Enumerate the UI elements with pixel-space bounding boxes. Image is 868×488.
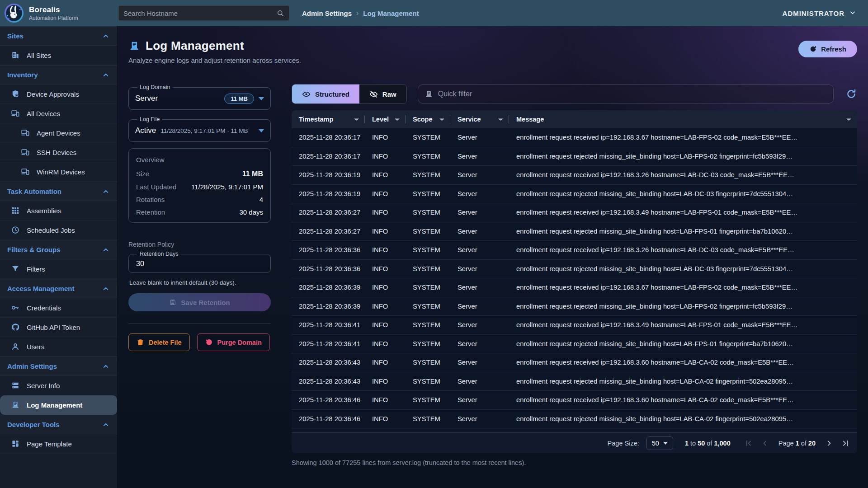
quick-filter[interactable]: [418, 84, 834, 103]
cell-scope: SYSTEM: [406, 228, 450, 235]
column-filter-icon[interactable]: [845, 116, 853, 123]
table-row[interactable]: 2025-11-28 20:36:27INFOSYSTEMServerenrol…: [292, 203, 857, 222]
purge-domain-button[interactable]: Purge Domain: [197, 333, 270, 351]
table-row[interactable]: 2025-11-28 20:36:43INFOSYSTEMServerenrol…: [292, 372, 857, 391]
sidebar-section-access-management[interactable]: Access Management: [0, 279, 117, 298]
building-icon: [11, 51, 20, 60]
search-input[interactable]: [123, 9, 276, 17]
chevron-up-icon: [102, 246, 110, 254]
sidebar-item-log-management[interactable]: Log Management: [0, 395, 117, 415]
sidebar-item-server-info[interactable]: Server Info: [0, 376, 117, 395]
table-row[interactable]: 2025-11-28 20:36:36INFOSYSTEMServerenrol…: [292, 260, 857, 279]
table-row[interactable]: 2025-11-28 20:36:39INFOSYSTEMServerenrol…: [292, 278, 857, 297]
table-row[interactable]: 2025-11-28 20:36:19INFOSYSTEMServerenrol…: [292, 185, 857, 204]
row-range: 1 to 50 of 1,000: [685, 440, 731, 447]
sidebar-section-developer-tools[interactable]: Developer Tools: [0, 415, 117, 434]
sidebar-item-users[interactable]: Users: [0, 337, 117, 357]
sidebar-section-inventory[interactable]: Inventory: [0, 65, 117, 84]
sidebar-item-credentials[interactable]: Credentials: [0, 298, 117, 318]
sidebar-section-task-automation[interactable]: Task Automation: [0, 182, 117, 201]
breadcrumb-admin-settings[interactable]: Admin Settings: [302, 9, 352, 17]
cell-scope: SYSTEM: [406, 284, 450, 291]
table-row[interactable]: 2025-11-28 20:36:41INFOSYSTEMServerenrol…: [292, 335, 857, 354]
last-page-button[interactable]: [841, 439, 850, 448]
sidebar-item-assemblies[interactable]: Assemblies: [0, 201, 117, 221]
column-header-level[interactable]: Level: [365, 110, 406, 128]
table-row[interactable]: 2025-11-28 20:36:17INFOSYSTEMServerenrol…: [292, 128, 857, 147]
tab-structured[interactable]: Structured: [292, 84, 359, 103]
column-filter-icon[interactable]: [353, 116, 360, 123]
next-page-button[interactable]: [825, 439, 834, 448]
cell-level: INFO: [365, 153, 406, 160]
table-row[interactable]: 2025-11-28 20:36:46INFOSYSTEMServerenrol…: [292, 391, 857, 410]
sidebar-item-all-devices[interactable]: All Devices: [0, 104, 117, 123]
column-header-timestamp[interactable]: Timestamp: [292, 110, 365, 128]
column-filter-icon[interactable]: [497, 116, 505, 123]
table-row[interactable]: 2025-11-28 20:36:27INFOSYSTEMServerenrol…: [292, 222, 857, 241]
cell-service: Server: [450, 415, 509, 422]
log-domain-panel: Log Domain Server 11 MB Log File Active: [128, 84, 271, 351]
view-mode-toggle: Structured Raw: [292, 84, 407, 104]
chevron-up-icon: [102, 421, 110, 429]
cell-scope: SYSTEM: [406, 246, 450, 253]
app-root: Borealis Automation Platform Admin Setti…: [0, 0, 868, 488]
log-file-meta: 11/28/2025, 9:17:01 PM · 11 MB: [160, 127, 248, 134]
cell-scope: SYSTEM: [406, 415, 450, 422]
cell-service: Server: [450, 378, 509, 385]
page-size-select[interactable]: 50: [646, 436, 673, 450]
table-row[interactable]: 2025-11-28 20:36:17INFOSYSTEMServerenrol…: [292, 147, 857, 166]
column-header-message[interactable]: Message: [509, 110, 857, 128]
table-row[interactable]: 2025-11-28 20:36:41INFOSYSTEMServerenrol…: [292, 316, 857, 335]
section-label: Admin Settings: [7, 362, 57, 370]
retention-days-input[interactable]: [135, 259, 264, 268]
sidebar-item-winrm-devices[interactable]: WinRM Devices: [0, 162, 117, 182]
sidebar-item-page-template[interactable]: Page Template: [0, 434, 117, 454]
log-file-select[interactable]: Active 11/28/2025, 9:17:01 PM · 11 MB: [135, 124, 264, 137]
cell-level: INFO: [365, 321, 406, 328]
hostname-search[interactable]: [118, 5, 289, 21]
sidebar-item-github-api-token[interactable]: GitHub API Token: [0, 318, 117, 337]
log-viewer-panel: Structured Raw: [292, 84, 857, 466]
log-file-field: Log File Active 11/28/2025, 9:17:01 PM ·…: [128, 116, 271, 142]
table-row[interactable]: 2025-11-28 20:36:19INFOSYSTEMServerenrol…: [292, 166, 857, 185]
section-label: Filters & Groups: [7, 246, 61, 253]
quick-filter-input[interactable]: [438, 90, 827, 98]
search-icon: [276, 9, 284, 17]
table-row[interactable]: 2025-11-28 20:36:39INFOSYSTEMServerenrol…: [292, 297, 857, 316]
table-refresh-button[interactable]: [845, 88, 857, 100]
sidebar-item-agent-devices[interactable]: Agent Devices: [0, 123, 117, 143]
sidebar-section-admin-settings[interactable]: Admin Settings: [0, 357, 117, 376]
save-retention-button[interactable]: Save Retention: [128, 293, 271, 311]
column-filter-icon[interactable]: [393, 116, 401, 123]
previous-page-button[interactable]: [760, 439, 769, 448]
retention-days-label: Retention Days: [137, 251, 181, 257]
cell-level: INFO: [365, 303, 406, 310]
tab-structured-label: Structured: [315, 90, 349, 98]
sidebar-item-scheduled-jobs[interactable]: Scheduled Jobs: [0, 221, 117, 240]
table-row[interactable]: 2025-11-28 20:36:36INFOSYSTEMServerenrol…: [292, 241, 857, 260]
log-domain-select[interactable]: Server 11 MB: [135, 92, 264, 105]
table-row[interactable]: 2025-11-28 20:36:43INFOSYSTEMServerenrol…: [292, 353, 857, 372]
cell-scope: SYSTEM: [406, 190, 450, 197]
sidebar-item-filters[interactable]: Filters: [0, 259, 117, 279]
tab-raw[interactable]: Raw: [359, 84, 406, 103]
user-menu[interactable]: ADMINISTRATOR: [783, 9, 856, 18]
column-header-service[interactable]: Service: [450, 110, 509, 128]
sidebar-item-device-approvals[interactable]: Device Approvals: [0, 84, 117, 104]
delete-file-button[interactable]: Delete File: [128, 333, 190, 351]
first-page-button[interactable]: [744, 439, 753, 448]
user-icon: [11, 342, 20, 351]
sidebar-item-all-sites[interactable]: All Sites: [0, 46, 117, 65]
sidebar-section-sites[interactable]: Sites: [0, 26, 117, 46]
column-header-scope[interactable]: Scope: [406, 110, 450, 128]
page-title: Log Management: [146, 39, 244, 53]
devices-icon: [21, 148, 30, 157]
chevron-up-icon: [102, 71, 110, 79]
column-filter-icon[interactable]: [438, 116, 446, 123]
table-row[interactable]: 2025-11-28 20:36:46INFOSYSTEMServerenrol…: [292, 410, 857, 429]
cell-service: Server: [450, 134, 509, 141]
sidebar-section-filters-groups[interactable]: Filters & Groups: [0, 240, 117, 259]
refresh-button[interactable]: Refresh: [798, 41, 857, 57]
sidebar-item-ssh-devices[interactable]: SSH Devices: [0, 143, 117, 162]
table-body: 2025-11-28 20:36:17INFOSYSTEMServerenrol…: [292, 128, 857, 432]
